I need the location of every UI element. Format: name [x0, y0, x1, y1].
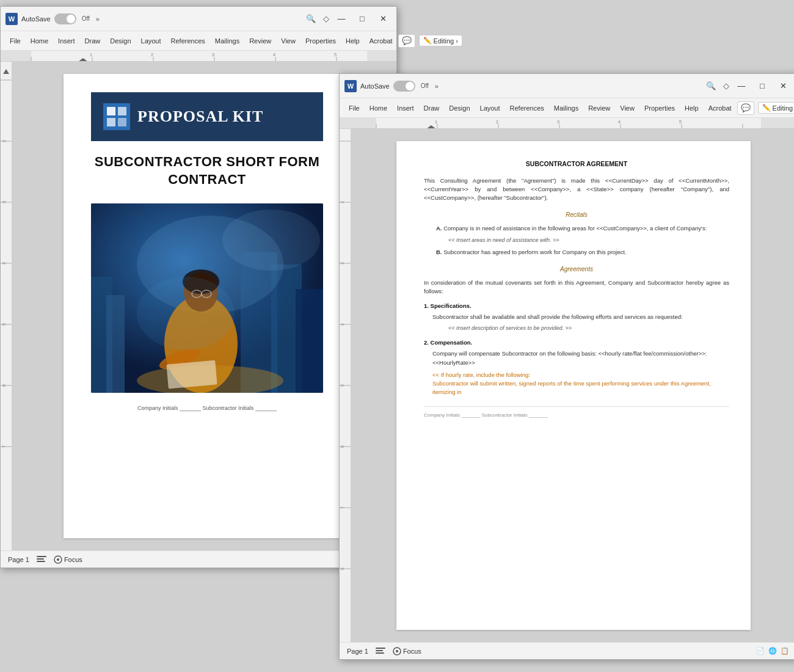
search-btn-2[interactable]: 🔍	[702, 78, 719, 95]
status-bar-2: Page 1 Focus 📄 🌐 📋	[340, 642, 794, 659]
cover-logo-text: PROPOSAL KIT	[137, 108, 263, 126]
cover-art-svg	[91, 203, 323, 393]
footer-initials-2: Company Initials _______ Subcontractor I…	[424, 406, 729, 419]
svg-text:4: 4	[340, 323, 344, 326]
svg-text:4: 4	[618, 119, 621, 125]
svg-text:5: 5	[340, 384, 344, 387]
svg-rect-51	[166, 360, 217, 389]
pk-logo	[103, 103, 130, 130]
close-btn-2[interactable]: ✕	[774, 78, 792, 95]
svg-point-56	[57, 558, 59, 561]
comp-heading: 2. Compensation.	[424, 338, 729, 347]
toggle-text-2: Off	[421, 82, 429, 89]
minimize-btn-1[interactable]: —	[333, 10, 350, 27]
more-btn-2[interactable]: »	[432, 82, 441, 90]
initials-line-1: Company Initials _______ Subcontractor I…	[91, 405, 323, 411]
doc-inner-1: 2 3 4 5 6 7	[1, 62, 396, 550]
menu-prop-2[interactable]: Properties	[640, 102, 679, 114]
editing-btn-1[interactable]: ✏️ Editing ›	[419, 35, 462, 46]
titlebar-1: W AutoSave Off » 🔍 ◇ — □ ✕	[1, 7, 396, 31]
svg-rect-15	[1, 62, 12, 550]
menu-home-1[interactable]: Home	[26, 35, 53, 47]
menu-view-2[interactable]: View	[616, 102, 639, 114]
menu-prop-1[interactable]: Properties	[301, 35, 340, 47]
menu-file-2[interactable]: File	[344, 102, 364, 114]
close-btn-1[interactable]: ✕	[374, 10, 392, 27]
search-btn-1[interactable]: 🔍	[302, 10, 319, 27]
svg-text:2: 2	[1, 139, 7, 142]
doc-page-2: SUBCONTRACTOR AGREEMENT This Consulting …	[396, 141, 751, 630]
pencil-icon-1: ✏️	[423, 37, 432, 45]
view-icon-web-2[interactable]: 🌐	[768, 647, 777, 655]
editing-btn-2[interactable]: ✏️ Editing ›	[758, 102, 794, 114]
recitals-heading: Recitals	[424, 210, 729, 219]
comment-btn-2[interactable]: 💬	[737, 101, 754, 115]
menu-acrobat-1[interactable]: Acrobat	[365, 35, 397, 47]
page-indicator-1: Page 1	[8, 556, 29, 563]
page-label-2: Page 1	[347, 648, 368, 655]
svg-rect-53	[37, 558, 44, 560]
menu-ref-1[interactable]: References	[167, 35, 209, 47]
menu-mail-2[interactable]: Mailings	[550, 102, 583, 114]
svg-text:6: 6	[1, 384, 7, 387]
menu-draw-1[interactable]: Draw	[81, 35, 105, 47]
svg-rect-54	[37, 561, 45, 562]
more-btn-1[interactable]: »	[93, 15, 102, 23]
autosave-toggle-2[interactable]	[393, 81, 415, 92]
view-icon-print-2[interactable]: 📄	[756, 647, 765, 655]
maximize-btn-2[interactable]: □	[754, 78, 771, 95]
word-logo-2: W	[344, 80, 357, 92]
svg-rect-89	[376, 648, 385, 649]
autosave-toggle-1[interactable]	[54, 13, 76, 24]
word-count-icon-2[interactable]	[376, 647, 385, 656]
menu-help-1[interactable]: Help	[341, 35, 364, 47]
maximize-btn-1[interactable]: □	[354, 10, 371, 27]
svg-rect-0	[1, 51, 396, 62]
menu-design-2[interactable]: Design	[445, 102, 474, 114]
menu-file-1[interactable]: File	[5, 35, 25, 47]
doc-page-1: PROPOSAL KIT SUBCONTRACTOR SHORT FORM CO…	[64, 74, 344, 538]
svg-text:2: 2	[496, 119, 499, 125]
word-count-icon-1[interactable]	[37, 555, 46, 564]
agreements-intro: In consideration of the mutual covenants…	[424, 279, 729, 296]
menu-draw-2[interactable]: Draw	[420, 102, 444, 114]
diamond-icon-1[interactable]: ◇	[323, 14, 329, 23]
svg-rect-57	[340, 118, 794, 129]
spec-insert: << Insert description of services to be …	[448, 324, 729, 333]
menu-insert-2[interactable]: Insert	[393, 102, 418, 114]
svg-text:2: 2	[340, 201, 344, 203]
menu-review-2[interactable]: Review	[584, 102, 614, 114]
menu-home-2[interactable]: Home	[365, 102, 392, 114]
menu-layout-2[interactable]: Layout	[476, 102, 504, 114]
pencil-icon-2: ✏️	[762, 104, 771, 112]
ruler-2: 1 2 3 4 5	[340, 118, 794, 129]
wordcount-svg-1	[37, 555, 46, 564]
doc-area-1: 2 3 4 5 6 7	[1, 62, 396, 550]
menu-view-1[interactable]: View	[277, 35, 300, 47]
focus-btn-1[interactable]: Focus	[54, 555, 82, 564]
svg-rect-1	[1, 51, 31, 62]
menu-layout-1[interactable]: Layout	[137, 35, 166, 47]
menu-insert-1[interactable]: Insert	[54, 35, 79, 47]
view-icon-outline-2[interactable]: 📋	[781, 647, 789, 655]
focus-btn-2[interactable]: Focus	[393, 647, 421, 656]
diamond-icon-2[interactable]: ◇	[723, 81, 729, 90]
doc-inner-2: 2 3 4 5 6 7 8 SUBCONTRACTOR AGREEMENT Th…	[340, 129, 794, 642]
svg-text:7: 7	[340, 506, 344, 509]
word-logo-1: W	[5, 13, 18, 25]
doc-area-2: 2 3 4 5 6 7 8 SUBCONTRACTOR AGREEMENT Th…	[340, 129, 794, 642]
menu-review-1[interactable]: Review	[245, 35, 275, 47]
svg-point-42	[222, 210, 320, 271]
menu-help-2[interactable]: Help	[680, 102, 703, 114]
menu-ref-2[interactable]: References	[506, 102, 548, 114]
minimize-btn-2[interactable]: —	[733, 78, 750, 95]
svg-rect-32	[118, 107, 126, 115]
page-indicator-2: Page 1	[347, 648, 368, 655]
menu-acrobat-2[interactable]: Acrobat	[704, 102, 736, 114]
ribbon-menu-2: File Home Insert Draw Design Layout Refe…	[340, 98, 794, 118]
menu-design-1[interactable]: Design	[106, 35, 135, 47]
menu-mail-1[interactable]: Mailings	[211, 35, 244, 47]
comment-btn-1[interactable]: 💬	[398, 34, 415, 48]
svg-text:8: 8	[340, 568, 344, 570]
view-controls-2: 📄 🌐 📋	[756, 647, 789, 655]
